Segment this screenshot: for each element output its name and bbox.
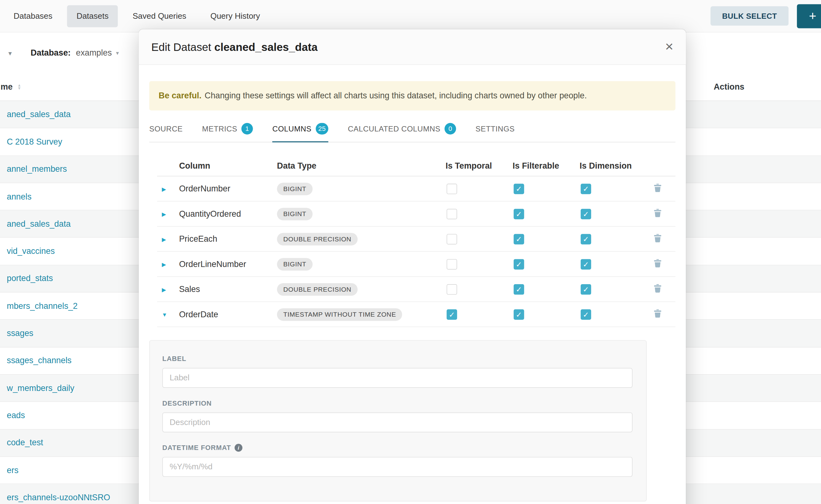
- bulk-select-button[interactable]: BULK SELECT: [711, 6, 789, 26]
- is-temporal-checkbox[interactable]: [447, 259, 458, 269]
- close-icon[interactable]: ×: [665, 40, 673, 54]
- modal-body: Be careful. Changing these settings will…: [139, 81, 686, 502]
- column-row: ▶ QuantityOrdered BIGINT ✓ ✓: [157, 201, 675, 226]
- delete-column-icon[interactable]: [654, 284, 661, 292]
- dataset-link[interactable]: mbers_channels_2: [7, 301, 78, 311]
- label-field-group: LABEL: [162, 355, 633, 388]
- dataset-link[interactable]: C 2018 Survey: [7, 137, 62, 146]
- column-name: OrderLineNumber: [179, 259, 277, 269]
- columns-rows: ▶ OrderNumber BIGINT ✓ ✓ ▶ QuantityOrder…: [157, 176, 675, 327]
- dataset-link[interactable]: code_test: [7, 438, 43, 447]
- delete-column-icon[interactable]: [654, 234, 661, 242]
- database-filter-value[interactable]: examples: [76, 48, 112, 57]
- dataset-link[interactable]: ers: [7, 466, 18, 475]
- is-filterable-checkbox[interactable]: ✓: [514, 234, 524, 244]
- data-type-pill: BIGINT: [277, 208, 313, 220]
- col-header-data-type: Data Type: [277, 161, 446, 170]
- dataset-link[interactable]: w_members_daily: [7, 383, 74, 393]
- column-row: ▶ OrderNumber BIGINT ✓ ✓: [157, 176, 675, 201]
- dataset-link[interactable]: annels: [7, 192, 32, 201]
- is-dimension-checkbox[interactable]: ✓: [581, 259, 591, 269]
- data-type-pill: BIGINT: [277, 258, 313, 270]
- nav-item-databases[interactable]: Databases: [4, 5, 62, 27]
- is-temporal-checkbox[interactable]: [447, 284, 458, 294]
- name-column-header[interactable]: me: [0, 82, 12, 91]
- modal-header: Edit Dataset cleaned_sales_data ×: [139, 29, 686, 65]
- label-input[interactable]: [162, 368, 633, 388]
- collapse-caret-icon[interactable]: ▼: [157, 311, 179, 317]
- is-dimension-checkbox[interactable]: ✓: [581, 183, 591, 194]
- database-caret-icon[interactable]: ▾: [116, 49, 119, 56]
- add-dataset-button[interactable]: +: [797, 4, 821, 28]
- tab-columns[interactable]: COLUMNS 25: [272, 118, 329, 142]
- column-row: ▶ OrderLineNumber BIGINT ✓ ✓: [157, 252, 675, 277]
- col-header-is-dimension: Is Dimension: [580, 161, 648, 170]
- tab-calculated-columns[interactable]: CALCULATED COLUMNS 0: [348, 118, 456, 142]
- is-filterable-checkbox[interactable]: ✓: [514, 209, 524, 219]
- tab-settings[interactable]: SETTINGS: [476, 118, 515, 142]
- dataset-link[interactable]: ssages: [7, 329, 33, 338]
- dataset-link[interactable]: vid_vaccines: [7, 247, 55, 256]
- warning-text: Changing these settings will affect all …: [205, 91, 587, 101]
- expand-caret-icon[interactable]: ▶: [157, 211, 179, 217]
- datetime-format-input[interactable]: [162, 457, 633, 477]
- dataset-link[interactable]: ported_stats: [7, 274, 53, 283]
- column-row: ▶ Sales DOUBLE PRECISION ✓ ✓: [157, 277, 675, 302]
- nav-item-datasets[interactable]: Datasets: [67, 5, 118, 27]
- delete-column-icon[interactable]: [654, 259, 661, 267]
- delete-column-icon[interactable]: [654, 309, 661, 318]
- dataset-link[interactable]: ers_channels-uzooNNtSRO: [7, 493, 110, 502]
- label-field-label: LABEL: [162, 355, 633, 363]
- column-name: Sales: [179, 284, 277, 294]
- is-filterable-checkbox[interactable]: ✓: [514, 309, 524, 320]
- is-temporal-checkbox[interactable]: [447, 234, 458, 244]
- data-type-pill: DOUBLE PRECISION: [277, 283, 358, 295]
- nav-tabs: DatabasesDatasetsSaved QueriesQuery Hist…: [0, 5, 269, 27]
- collapse-caret-icon[interactable]: ▾: [8, 49, 12, 57]
- dataset-link[interactable]: aned_sales_data: [7, 110, 71, 119]
- expand-caret-icon[interactable]: ▶: [157, 261, 179, 267]
- is-temporal-checkbox[interactable]: [447, 209, 458, 219]
- is-filterable-checkbox[interactable]: ✓: [514, 183, 524, 194]
- nav-item-saved-queries[interactable]: Saved Queries: [123, 5, 195, 27]
- tab-badge: 0: [445, 123, 456, 135]
- is-filterable-checkbox[interactable]: ✓: [514, 259, 524, 269]
- delete-column-icon[interactable]: [654, 209, 661, 217]
- is-dimension-checkbox[interactable]: ✓: [581, 309, 591, 320]
- column-detail-panel: LABEL DESCRIPTION DATETIME FORMAT i: [149, 340, 647, 501]
- description-field-group: DESCRIPTION: [162, 399, 633, 432]
- is-dimension-checkbox[interactable]: ✓: [581, 209, 591, 219]
- column-name: QuantityOrdered: [179, 209, 277, 219]
- dataset-link[interactable]: annel_members: [7, 165, 67, 174]
- dataset-link[interactable]: aned_sales_data: [7, 219, 71, 229]
- description-input[interactable]: [162, 413, 633, 432]
- nav-item-query-history[interactable]: Query History: [201, 5, 269, 27]
- is-dimension-checkbox[interactable]: ✓: [581, 284, 591, 294]
- warning-banner: Be careful. Changing these settings will…: [149, 81, 675, 111]
- modal-title-dataset: cleaned_sales_data: [214, 41, 318, 53]
- tab-metrics[interactable]: METRICS 1: [202, 118, 253, 142]
- info-icon[interactable]: i: [235, 444, 242, 452]
- datetime-format-field-group: DATETIME FORMAT i: [162, 444, 633, 477]
- expand-caret-icon[interactable]: ▶: [157, 236, 179, 242]
- data-type-pill: BIGINT: [277, 182, 313, 195]
- expand-caret-icon[interactable]: ▶: [157, 286, 179, 292]
- is-temporal-checkbox[interactable]: [447, 183, 458, 194]
- dataset-link[interactable]: eads: [7, 411, 25, 420]
- col-header-is-filterable: Is Filterable: [513, 161, 580, 170]
- sort-icon[interactable]: ▲ ▼: [17, 83, 21, 90]
- expand-caret-icon[interactable]: ▶: [157, 185, 179, 192]
- app: DatabasesDatasetsSaved QueriesQuery Hist…: [0, 0, 821, 504]
- tab-source[interactable]: SOURCE: [149, 118, 183, 142]
- column-row: ▶ PriceEach DOUBLE PRECISION ✓ ✓: [157, 227, 675, 252]
- description-field-label: DESCRIPTION: [162, 399, 633, 407]
- column-name: OrderDate: [179, 309, 277, 319]
- data-type-pill: TIMESTAMP WITHOUT TIME ZONE: [277, 308, 402, 320]
- is-dimension-checkbox[interactable]: ✓: [581, 234, 591, 244]
- delete-column-icon[interactable]: [654, 183, 661, 192]
- database-filter-label: Database:: [31, 48, 71, 57]
- dataset-link[interactable]: ssages_channels: [7, 356, 72, 365]
- warning-bold: Be careful.: [159, 91, 201, 101]
- is-filterable-checkbox[interactable]: ✓: [514, 284, 524, 294]
- is-temporal-checkbox[interactable]: ✓: [447, 309, 458, 320]
